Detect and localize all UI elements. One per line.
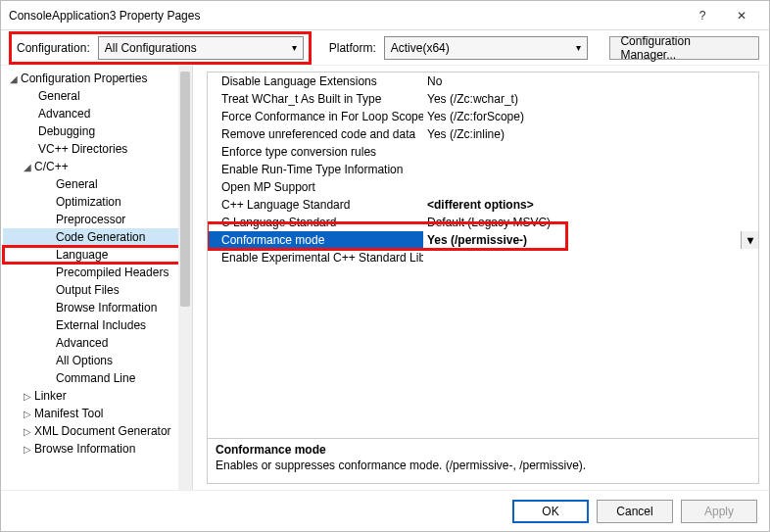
config-bar: Configuration: All Configurations ▾ Plat… xyxy=(1,30,769,66)
prop-row[interactable]: Force Conformance in For Loop ScopeYes (… xyxy=(208,108,758,125)
description-text: Enables or suppresses conformance mode. … xyxy=(216,459,750,472)
tree-item-browseinfo[interactable]: ▷Browse Information xyxy=(3,440,190,458)
expand-icon: ▷ xyxy=(21,409,34,419)
tree-item-xmldoc[interactable]: ▷XML Document Generator xyxy=(3,422,190,440)
tree-item-manifest[interactable]: ▷Manifest Tool xyxy=(3,405,190,422)
configuration-dropdown[interactable]: All Configurations ▾ xyxy=(98,36,304,60)
property-grid: Disable Language ExtensionsNo Treat WCha… xyxy=(207,72,759,439)
chevron-down-icon: ▾ xyxy=(576,42,581,53)
help-icon: ? xyxy=(699,9,706,23)
tree-item-cc-optimization[interactable]: Optimization xyxy=(3,193,190,211)
description-pane: Conformance mode Enables or suppresses c… xyxy=(207,439,759,484)
tree-item-cc-preprocessor[interactable]: Preprocessor xyxy=(3,211,190,228)
tree-item-cc[interactable]: ◢C/C++ xyxy=(3,158,190,175)
prop-row[interactable]: Treat WChar_t As Built in TypeYes (/Zc:w… xyxy=(208,90,758,108)
ok-button[interactable]: OK xyxy=(512,500,589,523)
expand-icon: ▷ xyxy=(21,391,34,402)
tree-item-cc-advanced[interactable]: Advanced xyxy=(3,334,190,352)
close-button[interactable]: ✕ xyxy=(722,2,761,29)
help-button[interactable]: ? xyxy=(683,2,722,29)
config-value: All Configurations xyxy=(105,41,197,55)
tree-item-cc-browse[interactable]: Browse Information xyxy=(3,299,190,316)
tree-scrollbar[interactable] xyxy=(178,66,192,490)
prop-row[interactable]: Disable Language ExtensionsNo xyxy=(208,73,758,90)
tree-item-cc-output[interactable]: Output Files xyxy=(3,281,190,299)
prop-row-conformance[interactable]: Conformance mode Yes (/permissive-)▾ xyxy=(208,231,758,249)
close-icon: ✕ xyxy=(737,9,746,23)
tree-item-cc-language[interactable]: Language xyxy=(3,246,190,264)
tree-item-cc-codegen[interactable]: Code Generation xyxy=(3,228,190,246)
config-label: Configuration: xyxy=(17,41,90,55)
collapse-icon: ◢ xyxy=(21,162,34,172)
tree-item-debugging[interactable]: Debugging xyxy=(3,122,190,140)
scrollbar-thumb[interactable] xyxy=(180,72,190,307)
prop-row[interactable]: Enable Run-Time Type Information xyxy=(208,161,758,178)
tree-item-cc-pch[interactable]: Precompiled Headers xyxy=(3,264,190,281)
config-highlight: Configuration: All Configurations ▾ xyxy=(11,33,310,63)
tree-item-cc-alloptions[interactable]: All Options xyxy=(3,352,190,369)
prop-row[interactable]: C++ Language Standard<different options> xyxy=(208,196,758,214)
chevron-down-icon: ▾ xyxy=(292,42,297,53)
configuration-manager-button[interactable]: Configuration Manager... xyxy=(609,36,759,60)
prop-row[interactable]: Enforce type conversion rules xyxy=(208,143,758,161)
cancel-button[interactable]: Cancel xyxy=(597,500,673,523)
tree-item-vcdirs[interactable]: VC++ Directories xyxy=(3,140,190,158)
body: ◢Configuration Properties General Advanc… xyxy=(1,66,769,490)
chevron-down-icon[interactable]: ▾ xyxy=(741,231,758,249)
prop-row[interactable]: Open MP Support xyxy=(208,178,758,196)
tree-item-linker[interactable]: ▷Linker xyxy=(3,387,190,405)
expand-icon: ▷ xyxy=(21,444,34,455)
titlebar: ConsoleApplication3 Property Pages ? ✕ xyxy=(1,1,769,30)
prop-row[interactable]: Enable Experimental C++ Standard Library xyxy=(208,249,758,266)
collapse-icon: ◢ xyxy=(7,73,21,84)
apply-button[interactable]: Apply xyxy=(681,500,757,523)
prop-row[interactable]: C Language StandardDefault (Legacy MSVC) xyxy=(208,214,758,231)
prop-row[interactable]: Remove unreferenced code and dataYes (/Z… xyxy=(208,125,758,143)
tree: ◢Configuration Properties General Advanc… xyxy=(1,66,192,461)
tree-pane: ◢Configuration Properties General Advanc… xyxy=(1,66,193,490)
tree-root[interactable]: ◢Configuration Properties xyxy=(3,70,190,87)
tree-item-cc-general[interactable]: General xyxy=(3,175,190,193)
dialog-buttons: OK Cancel Apply xyxy=(1,490,769,531)
tree-item-general[interactable]: General xyxy=(3,87,190,105)
description-title: Conformance mode xyxy=(216,443,750,457)
tree-item-advanced[interactable]: Advanced xyxy=(3,105,190,122)
window-title: ConsoleApplication3 Property Pages xyxy=(9,9,683,23)
platform-label: Platform: xyxy=(329,41,376,55)
platform-dropdown[interactable]: Active(x64) ▾ xyxy=(384,36,589,60)
property-pane: Disable Language ExtensionsNo Treat WCha… xyxy=(193,66,769,490)
tree-item-cc-external[interactable]: External Includes xyxy=(3,316,190,334)
platform-value: Active(x64) xyxy=(391,41,450,55)
tree-item-cc-cmdline[interactable]: Command Line xyxy=(3,369,190,387)
expand-icon: ▷ xyxy=(21,426,34,437)
